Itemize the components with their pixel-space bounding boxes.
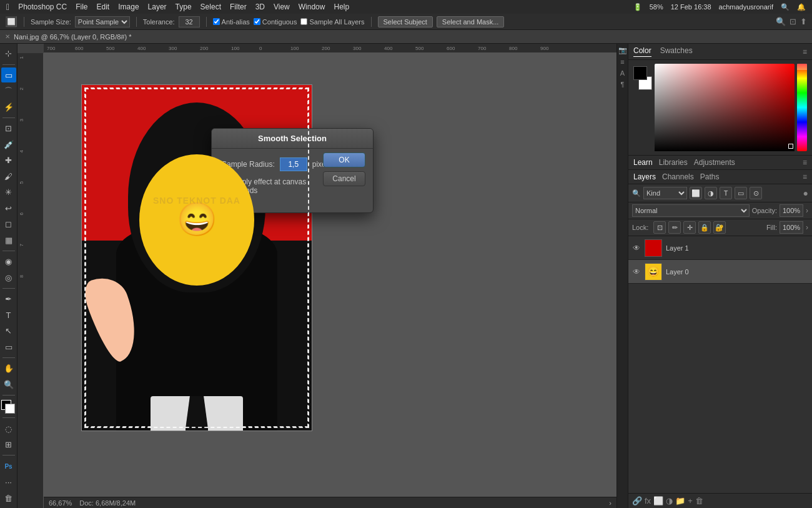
tolerance-input[interactable] [179,16,200,27]
layer-folder-icon[interactable]: 📁 [675,496,685,506]
lasso-tool[interactable]: ⌒ [1,84,16,99]
text-icon-strip[interactable]: A [620,69,625,77]
lock-paint-btn[interactable]: ✏ [668,221,681,234]
opacity-input[interactable] [780,204,803,217]
zoom-tool[interactable]: 🔍 [1,377,16,392]
tab-channels[interactable]: Channels [662,172,694,181]
filter-toggle[interactable]: ● [803,188,808,198]
menu-select[interactable]: Select [201,2,221,11]
blur-tool[interactable]: ◉ [1,254,16,269]
layers-panel-menu[interactable]: ≡ [803,172,807,181]
lock-pixels-btn[interactable]: ⊡ [653,221,666,234]
sample-all-label[interactable]: Sample All Layers [300,18,364,26]
history-tool[interactable]: ↩ [1,201,16,216]
quick-mask-tool[interactable]: ◌ [1,421,16,436]
more-tools[interactable]: ··· [1,475,16,490]
opacity-arrow-icon[interactable]: › [806,206,808,215]
tab-learn[interactable]: Learn [633,158,653,167]
color-spectrum[interactable] [655,64,807,151]
layer-adjustment-icon[interactable]: ◑ [666,496,673,506]
contiguous-checkbox[interactable] [254,18,260,25]
menu-filter[interactable]: Filter [230,2,247,11]
type-layer-icon[interactable]: T [720,187,732,199]
hand-tool[interactable]: ✋ [1,361,16,376]
search-icon-right[interactable]: 🔍 [776,17,786,26]
menu-edit[interactable]: Edit [97,2,110,11]
crop-tool[interactable]: ⊡ [1,121,16,136]
menu-file[interactable]: File [76,2,87,11]
lock-move-btn[interactable]: ✛ [683,221,696,234]
tab-layers[interactable]: Layers [633,172,656,181]
adjustment-layer-icon[interactable]: ◑ [705,187,717,199]
camera-icon[interactable]: 📷 [618,46,627,54]
contiguous-label[interactable]: Contiguous [254,18,297,26]
magic-wand-tool[interactable]: ⚡ [1,99,16,114]
screen-mode-tool[interactable]: ⊞ [1,437,16,452]
brush-tool[interactable]: 🖌 [1,169,16,184]
healing-tool[interactable]: ✚ [1,153,16,168]
search-icon[interactable]: 🔍 [781,3,790,11]
eyedropper-tool[interactable]: 💉 [1,137,16,152]
anti-alias-label[interactable]: Anti-alias [213,18,250,26]
kind-select[interactable]: Kind [643,187,687,199]
delete-tool[interactable]: 🗑 [1,491,16,506]
more-status-icon[interactable]: › [609,499,611,507]
sample-size-select[interactable]: Point Sample [75,16,130,27]
share-icon[interactable]: ⬆ [800,17,807,26]
layer-delete-icon[interactable]: 🗑 [695,496,703,506]
foreground-swatch[interactable] [633,66,647,80]
dialog-ok-button[interactable]: OK [323,152,365,167]
clone-tool[interactable]: ✳ [1,185,16,200]
tab-libraries[interactable]: Libraries [659,158,688,167]
tab-adjustments[interactable]: Adjustments [694,158,735,167]
anti-alias-checkbox[interactable] [213,18,220,25]
gradient-tool[interactable]: ▦ [1,232,16,247]
layer-item[interactable]: 👁 😄 Layer 0 [628,260,812,284]
lock-all-btn[interactable]: 🔐 [713,221,726,234]
layer-mask-icon[interactable]: ⬜ [653,496,663,506]
menu-type[interactable]: Type [176,2,192,11]
marquee-tool[interactable]: ▭ [1,67,16,82]
shape-layer-icon[interactable]: ▭ [735,187,747,199]
lock-artboard-btn[interactable]: 🔒 [698,221,711,234]
fullscreen-icon[interactable]: ⊡ [790,17,796,26]
pen-tool[interactable]: ✒ [1,292,16,307]
shape-tool[interactable]: ▭ [1,339,16,354]
fill-input[interactable] [780,221,803,234]
text-tool[interactable]: T [1,307,16,322]
menu-layer[interactable]: Layer [148,2,167,11]
layer-fx-icon[interactable]: fx [645,496,651,506]
menu-view[interactable]: View [274,2,290,11]
layer-new-icon[interactable]: + [688,496,693,506]
smart-object-icon[interactable]: ⊙ [750,187,762,199]
sample-all-checkbox[interactable] [300,18,307,25]
tab-swatches[interactable]: Swatches [660,46,693,57]
dodge-tool[interactable]: ◎ [1,270,16,285]
select-mask-button[interactable]: Select and Mask... [437,16,505,27]
menu-3d[interactable]: 3D [255,2,265,11]
tab-paths[interactable]: Paths [700,172,720,181]
sample-radius-input[interactable] [280,157,307,171]
layer-item[interactable]: 👁 Layer 1 [628,236,812,260]
layer-link-icon[interactable]: 🔗 [632,496,642,506]
layers-icon-strip[interactable]: ≡ [620,58,624,66]
eraser-tool[interactable]: ◻ [1,217,16,232]
menu-window[interactable]: Window [299,2,325,11]
pixel-layer-icon[interactable]: ⬜ [690,187,702,199]
tab-close-icon[interactable]: ✕ [5,33,10,40]
select-subject-button[interactable]: Select Subject [378,16,433,27]
layer-eye-icon[interactable]: 👁 [632,267,641,276]
dialog-cancel-button[interactable]: Cancel [323,171,365,186]
blend-mode-select[interactable]: Normal [632,204,750,217]
fg-bg-colors[interactable] [1,400,16,415]
hue-bar[interactable] [797,64,807,151]
menu-image[interactable]: Image [118,2,139,11]
panel-menu-icon[interactable]: ≡ [803,47,807,56]
move-tool[interactable]: ⊹ [1,46,16,61]
fill-arrow-icon[interactable]: › [806,223,808,232]
learn-panel-menu[interactable]: ≡ [803,158,807,167]
layer-eye-icon[interactable]: 👁 [632,244,641,252]
tab-color[interactable]: Color [633,46,651,57]
para-icon-strip[interactable]: ¶ [621,81,625,88]
path-select-tool[interactable]: ↖ [1,324,16,339]
